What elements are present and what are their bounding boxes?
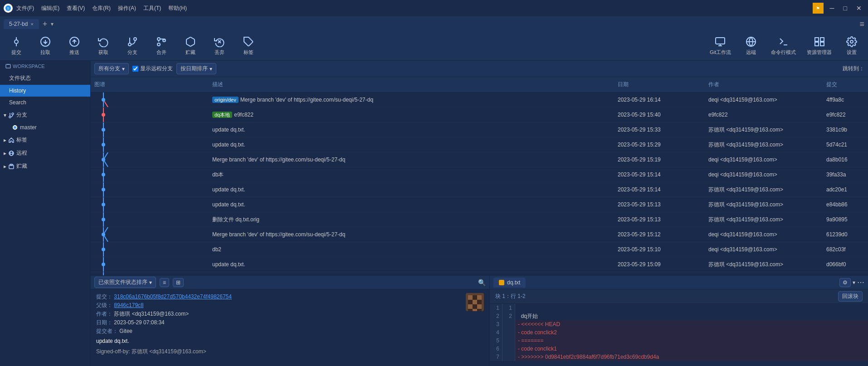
- menu-edit[interactable]: 编辑(E): [41, 5, 59, 12]
- tab-dropdown-button[interactable]: ▾: [51, 21, 54, 27]
- menu-view[interactable]: 查看(V): [67, 5, 85, 12]
- settings-button[interactable]: 设置: [843, 36, 861, 56]
- menu-file[interactable]: 文件(F): [16, 5, 34, 12]
- grid-view-button[interactable]: ⊞: [173, 278, 184, 287]
- merge-button[interactable]: 合并: [152, 36, 171, 56]
- pull-button[interactable]: 拉取: [36, 36, 54, 56]
- remote-button[interactable]: 远端: [742, 36, 760, 56]
- col-commit: 提交: [823, 79, 868, 90]
- branch-dot: [13, 125, 17, 130]
- graph-cell: [91, 152, 209, 167]
- date-cell: 2023-05-29 16:14: [614, 94, 705, 105]
- chevron-right-icon2: ▸: [4, 150, 6, 156]
- svg-rect-24: [815, 38, 819, 41]
- diff-line: 11: [490, 304, 868, 312]
- table-row[interactable]: dq本地e9fc8222023-05-29 15:40e9fc822e9fc82…: [91, 107, 868, 122]
- table-row[interactable]: update dq.txt.2023-05-29 15:29苏德琪 <dq314…: [91, 137, 868, 152]
- diff-line-text: - >>>>>>> 0d9841ebf2c9884af6f7d96fb71ed3…: [515, 353, 659, 361]
- menu-actions[interactable]: 操作(A): [118, 5, 136, 12]
- file-tab[interactable]: dq.txt: [493, 278, 526, 288]
- diff-line-num-old: 4: [490, 328, 502, 337]
- tag-button[interactable]: 标签: [239, 36, 258, 56]
- fetch-button[interactable]: 获取: [94, 36, 112, 56]
- commit-cell: 682c03f: [823, 244, 868, 255]
- minimize-button[interactable]: ─: [827, 4, 837, 13]
- sidebar-item-master[interactable]: master: [0, 122, 90, 133]
- stash-button[interactable]: 贮藏: [181, 36, 200, 56]
- tab-close-button[interactable]: ×: [30, 21, 33, 27]
- sort-files-dropdown[interactable]: 已依照文件状态排序 ▾: [94, 277, 156, 288]
- svg-rect-26: [815, 42, 819, 46]
- table-row[interactable]: db本2023-05-29 15:14deqi <dq314159@163.co…: [91, 167, 868, 182]
- explorer-button[interactable]: 资源管理器: [807, 36, 832, 56]
- table-row[interactable]: 删除文件 dq.txt.orig2023-05-29 15:09苏德琪 <dq3…: [91, 272, 868, 275]
- show-remote-checkbox[interactable]: [132, 66, 138, 72]
- table-row[interactable]: update dq.txt.2023-05-29 15:09苏德琪 <dq314…: [91, 257, 868, 272]
- svg-point-43: [102, 113, 105, 117]
- author-cell: deqi <dq314159@163.com>: [705, 94, 823, 105]
- menu-repo[interactable]: 仓库(R): [92, 5, 111, 12]
- content-toolbar: 所有分支 ▾ 显示远程分支 按日期排序 ▾ 跳转到：: [91, 61, 868, 77]
- svg-rect-90: [468, 309, 473, 311]
- table-row[interactable]: Merge branch 'dev' of https://gitee.com/…: [91, 152, 868, 167]
- col-desc: 描述: [209, 79, 614, 90]
- chevron-down-icon2: ▾: [210, 66, 212, 72]
- table-row[interactable]: update dq.txt.2023-05-29 15:13苏德琪 <dq314…: [91, 197, 868, 212]
- branch-filter-dropdown[interactable]: 所有分支 ▾: [94, 63, 129, 74]
- tab-5-27-bd[interactable]: 5-27-bd ×: [4, 19, 39, 29]
- search-files-button[interactable]: 🔍: [478, 279, 486, 286]
- new-tab-button[interactable]: +: [43, 20, 48, 28]
- desc-cell: Merge branch 'dev' of https://gitee.com/…: [212, 156, 345, 163]
- table-row[interactable]: Merge branch 'dev' of https://gitee.com/…: [91, 227, 868, 242]
- tags-group[interactable]: ▸ 标签: [0, 133, 90, 146]
- description-cell: update dq.txt.: [209, 259, 614, 270]
- graph-cell: [91, 122, 209, 137]
- branch-button[interactable]: 分支: [123, 36, 141, 56]
- table-row[interactable]: update dq.txt.2023-05-29 15:14苏德琪 <dq314…: [91, 182, 868, 197]
- signed-off: Signed-off-by: 苏德琪 <dq314159@163.com>: [96, 348, 458, 356]
- stash-group[interactable]: ▸ 贮藏: [0, 160, 90, 173]
- parent-hash-link[interactable]: 8946c179c8: [114, 302, 143, 308]
- workspace-header: WORKSPACE: [0, 61, 90, 72]
- diff-more-button[interactable]: ⋯: [857, 278, 864, 287]
- commit-button[interactable]: 提交: [7, 36, 25, 56]
- graph-cell: [91, 182, 209, 197]
- push-button[interactable]: 推送: [65, 36, 83, 56]
- show-remote-checkbox-label[interactable]: 显示远程分支: [132, 65, 173, 73]
- window-controls: ⚑ ─ □ ✕: [813, 3, 864, 14]
- restore-block-button[interactable]: 回滚块: [838, 291, 863, 302]
- chevron-down-icon3: ▾: [149, 279, 152, 286]
- diff-content: 1122 dq开始3- <<<<<<< HEAD4- code conclick…: [490, 304, 868, 361]
- sidebar-item-search[interactable]: Search: [0, 97, 90, 108]
- list-view-button[interactable]: ≡: [160, 278, 169, 287]
- table-row[interactable]: 删除文件 dq.txt.orig2023-05-29 15:13苏德琪 <dq3…: [91, 212, 868, 227]
- description-cell: 删除文件 dq.txt.orig: [209, 214, 614, 226]
- remote-group[interactable]: ▸ 远程: [0, 146, 90, 160]
- sidebar-item-file-status[interactable]: 文件状态: [0, 72, 90, 85]
- svg-rect-88: [473, 304, 477, 309]
- git-workflow-button[interactable]: Git工作流: [710, 36, 731, 56]
- tab-menu-button[interactable]: ≡: [859, 20, 864, 29]
- diff-line: 4- code conclick2: [490, 328, 868, 337]
- close-button[interactable]: ✕: [853, 4, 864, 13]
- file-name: dq.txt: [507, 279, 520, 286]
- sort-dropdown[interactable]: 按日期排序 ▾: [176, 63, 216, 74]
- app-logo: S: [4, 4, 13, 13]
- table-row[interactable]: db22023-05-29 15:10deqi <dq314159@163.co…: [91, 242, 868, 257]
- diff-line-text: - code conclick1: [515, 345, 557, 353]
- branches-group[interactable]: ▾ 分支: [0, 108, 90, 122]
- commit-hash-link[interactable]: 318c06a1676b05f8d27d570b4432e74f49826754: [114, 293, 232, 300]
- table-row[interactable]: origin/devMerge branch 'dev' of https://…: [91, 93, 868, 107]
- maximize-button[interactable]: □: [841, 4, 850, 13]
- table-row[interactable]: update dq.txt.2023-05-29 15:33苏德琪 <dq314…: [91, 122, 868, 137]
- desc-cell: update dq.txt.: [212, 186, 245, 193]
- sidebar-item-history[interactable]: History: [0, 85, 90, 97]
- diff-line-num-old: 1: [490, 304, 502, 312]
- menu-help[interactable]: 帮助(H): [168, 5, 187, 12]
- menu-tools[interactable]: 工具(T): [143, 5, 161, 12]
- diff-settings-button[interactable]: ⚙: [839, 278, 851, 287]
- svg-rect-27: [820, 42, 824, 46]
- description-cell: db本: [209, 169, 614, 181]
- discard-button[interactable]: 丢弃: [210, 36, 229, 56]
- terminal-button[interactable]: 命令行模式: [771, 36, 796, 56]
